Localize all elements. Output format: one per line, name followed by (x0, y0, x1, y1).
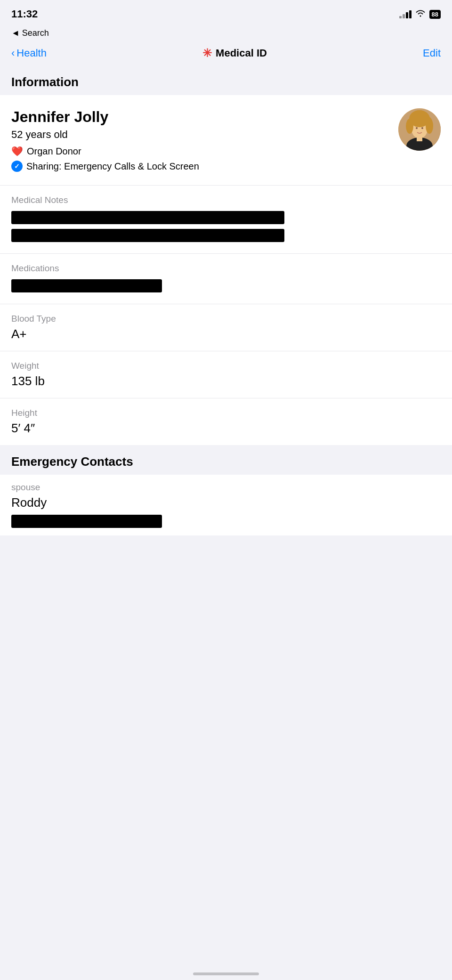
information-section-header: Information (0, 67, 452, 95)
weight-row: Weight 135 lb (0, 351, 452, 398)
profile-info: Jennifer Jolly 52 years old ❤️ Organ Don… (11, 108, 398, 172)
medical-notes-label: Medical Notes (11, 195, 441, 205)
emergency-contacts-header: Emergency Contacts (0, 445, 452, 475)
avatar (398, 108, 441, 151)
edit-button[interactable]: Edit (423, 47, 441, 59)
sharing-label: Sharing: Emergency Calls & Lock Screen (26, 161, 199, 172)
medical-notes-redacted-1 (11, 211, 284, 224)
height-value: 5′ 4″ (11, 421, 441, 436)
contact-relation: spouse (11, 482, 441, 493)
sharing-row: Sharing: Emergency Calls & Lock Screen (11, 161, 398, 172)
contact-phone-redacted (11, 515, 162, 528)
status-bar: 11:32 88 (0, 0, 452, 26)
profile-name: Jennifer Jolly (11, 108, 398, 126)
nav-header: ‹ Health ✳ Medical ID Edit (0, 42, 452, 67)
height-row: Height 5′ 4″ (0, 398, 452, 445)
contact-row: spouse Roddy (0, 475, 452, 535)
contact-name: Roddy (11, 495, 441, 510)
medications-label: Medications (11, 263, 441, 274)
emergency-contacts-card: spouse Roddy (0, 475, 452, 535)
svg-point-9 (421, 127, 423, 129)
organ-donor-row: ❤️ Organ Donor (11, 146, 398, 157)
heart-icon: ❤️ (11, 146, 23, 157)
signal-icon (399, 10, 412, 18)
medical-asterisk-icon: ✳ (202, 47, 212, 60)
blood-type-label: Blood Type (11, 314, 441, 324)
profile-card: Jennifer Jolly 52 years old ❤️ Organ Don… (0, 95, 452, 445)
medications-redacted (11, 279, 162, 292)
weight-label: Weight (11, 361, 441, 371)
information-title: Information (11, 75, 79, 89)
medical-notes-section: Medical Notes (0, 186, 452, 254)
medications-section: Medications (0, 254, 452, 304)
status-icons: 88 (399, 9, 441, 19)
chevron-left-icon: ‹ (11, 47, 15, 59)
status-time: 11:32 (11, 8, 38, 20)
bottom-spacer (0, 535, 452, 630)
page-title: ✳ Medical ID (202, 47, 267, 60)
medical-notes-redacted-2 (11, 229, 284, 242)
nav-title-text: Medical ID (216, 47, 267, 59)
height-label: Height (11, 408, 441, 418)
home-indicator (0, 968, 452, 980)
emergency-contacts-title: Emergency Contacts (11, 454, 133, 469)
back-label: Health (16, 47, 47, 59)
svg-rect-7 (417, 136, 422, 141)
organ-donor-label: Organ Donor (27, 146, 81, 157)
blood-type-row: Blood Type A+ (0, 304, 452, 351)
profile-age: 52 years old (11, 129, 398, 141)
blood-type-value: A+ (11, 327, 441, 341)
wifi-icon (415, 9, 426, 19)
svg-point-4 (406, 119, 413, 134)
home-bar (193, 972, 259, 975)
profile-section: Jennifer Jolly 52 years old ❤️ Organ Don… (0, 95, 452, 186)
back-button[interactable]: ‹ Health (11, 47, 47, 59)
check-circle-icon (11, 161, 23, 172)
battery-icon: 88 (429, 10, 441, 19)
weight-value: 135 lb (11, 374, 441, 389)
search-label: ◄ Search (11, 28, 49, 38)
search-back: ◄ Search (0, 26, 452, 42)
svg-point-8 (416, 127, 418, 129)
